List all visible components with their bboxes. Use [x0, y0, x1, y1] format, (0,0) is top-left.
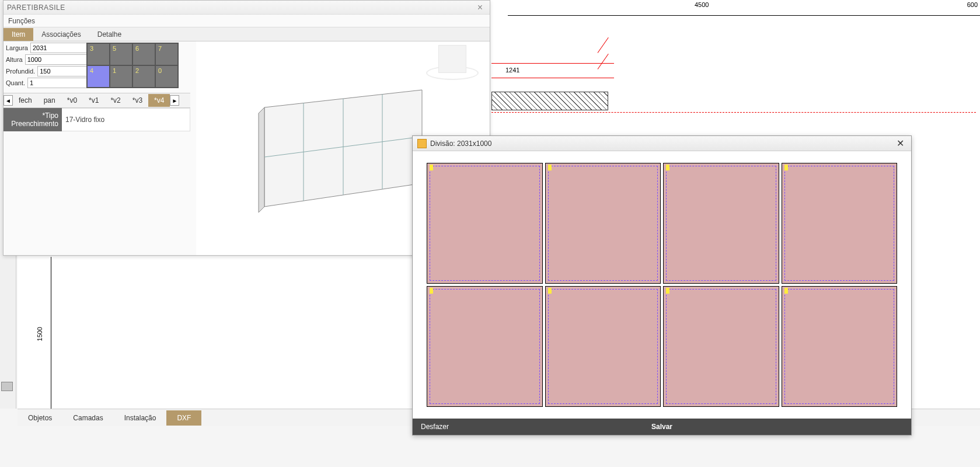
tab-objetos[interactable]: Objetos — [18, 410, 62, 426]
grid-cell-7[interactable]: 7 — [155, 43, 178, 65]
grid-cell-6[interactable]: 6 — [132, 43, 155, 65]
grid-cell-5[interactable]: 5 — [110, 43, 132, 65]
ruler-corner — [1, 382, 13, 391]
dimensions-panel: Largura Altura Profundid. Quant. — [6, 43, 84, 89]
grid-cell-4[interactable]: 4 — [87, 65, 110, 88]
ruler-tick: 4500 — [695, 1, 709, 8]
grid-cell-0[interactable]: 0 — [155, 65, 178, 88]
subtab-v4[interactable]: *v4 — [148, 94, 170, 107]
hatch-object[interactable] — [491, 92, 608, 110]
ruler-tick: 600 — [967, 1, 978, 8]
footer-bar: Desfazer Salvar — [413, 419, 911, 435]
division-pane[interactable] — [545, 286, 661, 407]
menu-bar: Funções — [4, 15, 490, 27]
tab-instalacao[interactable]: Instalação — [114, 410, 167, 426]
tab-item[interactable]: Item — [4, 28, 33, 41]
grid-cell-1[interactable]: 1 — [110, 65, 132, 88]
subtab-v1[interactable]: *v1 — [83, 94, 104, 107]
dim-tick — [598, 54, 609, 69]
dim-line — [491, 78, 614, 78]
division-pane[interactable] — [663, 286, 779, 407]
titlebar[interactable]: Divisão: 2031x1000 ✕ — [413, 136, 911, 151]
quant-label: Quant. — [6, 79, 27, 86]
subtab-v0[interactable]: *v0 — [61, 94, 83, 107]
division-pane[interactable] — [427, 286, 543, 407]
ruler-top: 4500 600 — [508, 1, 980, 16]
window-title: Divisão: 2031x1000 — [430, 140, 491, 148]
window-title: PARETIBRASILE — [7, 4, 65, 12]
dim-line — [491, 63, 614, 64]
division-pane[interactable] — [782, 286, 898, 407]
main-tabs: Item Associações Detalhe — [4, 27, 490, 41]
grid-cell-2[interactable]: 2 — [132, 65, 155, 88]
division-pane[interactable] — [782, 163, 898, 284]
save-button[interactable]: Salvar — [651, 423, 672, 431]
close-icon[interactable]: × — [474, 2, 486, 13]
profundidade-label: Profundid. — [6, 68, 37, 75]
fill-type-row: *Tipo Preenchimento 17-Vidro fixo — [4, 108, 190, 131]
app-icon — [417, 139, 427, 148]
tab-associacoes[interactable]: Associações — [33, 28, 89, 41]
fill-type-label: *Tipo Preenchimento — [4, 108, 62, 131]
scroll-right-icon[interactable]: ► — [170, 95, 179, 106]
dim-value: 1241 — [505, 67, 519, 74]
titlebar[interactable]: PARETIBRASILE × — [4, 1, 490, 15]
undo-button[interactable]: Desfazer — [421, 423, 449, 431]
tab-dxf[interactable]: DXF — [166, 410, 201, 426]
subtab-v3[interactable]: *v3 — [127, 94, 148, 107]
menu-funcoes[interactable]: Funções — [8, 17, 35, 25]
orientation-widget[interactable] — [423, 45, 482, 92]
tab-detalhe[interactable]: Detalhe — [89, 28, 130, 41]
division-pane[interactable] — [427, 163, 543, 284]
subtab-pan[interactable]: pan — [38, 94, 61, 107]
largura-label: Largura — [6, 44, 30, 51]
division-canvas[interactable] — [413, 151, 911, 419]
cube-icon — [438, 45, 466, 73]
guideline — [491, 112, 976, 113]
division-grid — [427, 163, 897, 407]
altura-label: Altura — [6, 56, 25, 63]
svg-marker-1 — [259, 107, 264, 212]
division-pane[interactable] — [663, 163, 779, 284]
panel-3d-icon — [247, 72, 440, 224]
close-icon[interactable]: ✕ — [894, 138, 906, 149]
ruler-left: 1500 — [35, 257, 51, 409]
tab-camadas[interactable]: Camadas — [62, 410, 113, 426]
subtab-fech[interactable]: fech — [13, 94, 38, 107]
sub-tabs: ◄ fech pan *v0 *v1 *v2 *v3 *v4 ► — [4, 93, 190, 108]
division-pane[interactable] — [545, 163, 661, 284]
subtab-v2[interactable]: *v2 — [104, 94, 126, 107]
scroll-left-icon[interactable]: ◄ — [4, 95, 13, 106]
grid-selector: 3 5 6 7 4 1 2 0 — [86, 43, 179, 88]
grid-cell-3[interactable]: 3 — [87, 43, 110, 65]
fill-type-value[interactable]: 17-Vidro fixo — [62, 108, 190, 131]
dim-tick — [598, 37, 609, 53]
window-divisao: Divisão: 2031x1000 ✕ Desfazer Salvar — [412, 135, 912, 435]
ruler-tick: 1500 — [36, 327, 43, 341]
